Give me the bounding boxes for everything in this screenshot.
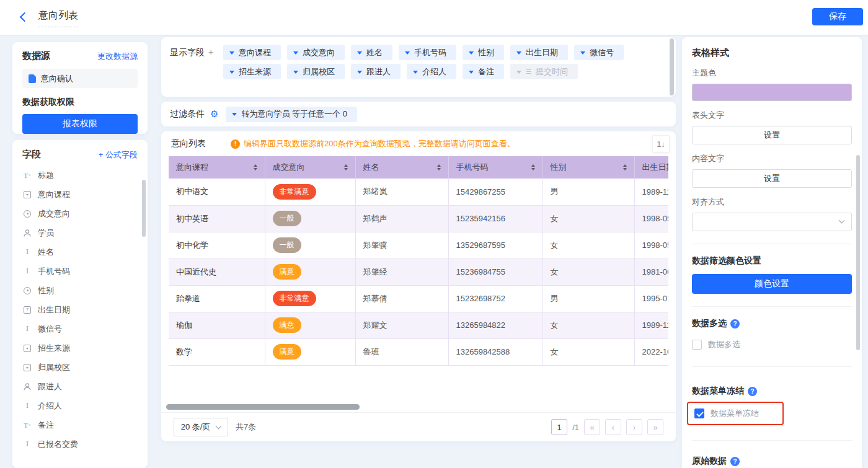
field-item[interactable]: 招生来源: [12, 338, 148, 358]
field-item[interactable]: 跟进人: [12, 377, 148, 396]
field-item[interactable]: I已报名交费: [12, 435, 148, 454]
display-fields-card: 显示字段+ 意向课程 成交意向 姓名 手机号码 性别 出生日期 微信号 招生来源…: [161, 37, 676, 97]
field-item[interactable]: 意向课程: [12, 185, 148, 204]
next-page-button[interactable]: ›: [626, 419, 642, 435]
fields-title: 字段: [22, 149, 41, 161]
radio-field-icon: [24, 287, 31, 294]
field-tag[interactable]: 意向课程: [223, 45, 281, 60]
field-item[interactable]: I微信号: [12, 319, 148, 338]
field-item[interactable]: I介绍人: [12, 396, 148, 415]
color-setting-button[interactable]: 颜色设置: [692, 274, 852, 294]
sort-icon[interactable]: [344, 162, 348, 172]
field-tag[interactable]: 介绍人: [407, 64, 456, 79]
help-icon[interactable]: ?: [730, 319, 740, 329]
sort-icon[interactable]: [623, 162, 627, 172]
save-button[interactable]: 保存: [812, 8, 863, 25]
change-datasource-link[interactable]: 更改数据源: [97, 51, 138, 62]
field-item[interactable]: T标题: [12, 166, 148, 185]
table-style-panel: 表格样式 主题色 表头文字 设置 内容文字 设置 对齐方式 数据筛选颜色设置 颜…: [682, 37, 862, 468]
chevron-down-icon: [580, 51, 585, 57]
chevron-down-icon: [357, 71, 362, 76]
satisfaction-badge: 满意: [273, 317, 301, 333]
first-page-button[interactable]: «: [584, 419, 600, 435]
multi-select-checkbox[interactable]: [692, 340, 702, 350]
page-number-input[interactable]: 1: [551, 419, 567, 435]
last-page-button[interactable]: »: [647, 419, 663, 435]
field-label: 出生日期: [38, 304, 70, 316]
table-row[interactable]: 初中化学 一般 郑肇骥13529687595女1998-05-: [169, 232, 668, 258]
table-row[interactable]: 初中语文 非常满意 郑绪岚15429867255男1989-11-: [169, 179, 668, 205]
field-tag[interactable]: 成交意向: [287, 45, 345, 60]
field-tag[interactable]: 归属校区: [287, 64, 345, 79]
field-label: 标题: [38, 170, 54, 181]
field-item[interactable]: 学员: [12, 223, 148, 242]
field-tag[interactable]: 招生来源: [223, 64, 281, 79]
field-tag[interactable]: 姓名: [351, 45, 392, 60]
table-row[interactable]: 跆拳道 非常满意 郑慕倩15232698752男1995-01-: [169, 285, 668, 312]
field-tag-disabled[interactable]: ☰提交时间: [510, 64, 578, 79]
fields-scrollbar[interactable]: [142, 180, 146, 237]
theme-color-swatch[interactable]: [692, 84, 852, 101]
total-count: 共7条: [236, 422, 256, 433]
field-item[interactable]: T备注: [12, 415, 148, 435]
header-text-set-button[interactable]: 设置: [692, 126, 852, 144]
field-tag[interactable]: 性别: [463, 45, 504, 60]
field-item[interactable]: I姓名: [12, 242, 148, 262]
field-tag[interactable]: 备注: [463, 64, 504, 79]
align-select[interactable]: [692, 213, 852, 231]
column-header[interactable]: 姓名: [355, 156, 448, 179]
chevron-down-icon: [293, 71, 298, 76]
table-row[interactable]: 初中英语 一般 郑鹤声15235942156女1998-05-: [169, 205, 668, 232]
help-icon[interactable]: ?: [730, 457, 740, 466]
satisfaction-badge: 非常满意: [273, 291, 316, 306]
table-row[interactable]: 瑜伽 满意 郑耀文13265984822女1989-11-: [169, 312, 668, 338]
help-icon[interactable]: ?: [748, 387, 757, 396]
horizontal-scrollbar[interactable]: [166, 404, 360, 410]
style-panel-scrollbar[interactable]: [856, 155, 860, 350]
column-header[interactable]: 成交意向: [265, 156, 355, 179]
field-item[interactable]: 归属校区: [12, 358, 148, 377]
table-row[interactable]: 数学 满意 鲁班132659842588女2022-10-: [169, 338, 668, 365]
field-tag[interactable]: 手机号码: [399, 45, 456, 60]
field-tag[interactable]: 出生日期: [510, 45, 568, 60]
field-item[interactable]: I手机号码: [12, 262, 148, 281]
sort-icon[interactable]: [531, 162, 535, 172]
report-permission-button[interactable]: 报表权限: [22, 114, 138, 134]
fields-card: 字段 + 公式字段 T标题 意向课程 成交意向 学员 I姓名 I手机号码 性别 …: [12, 140, 148, 468]
theme-color-label: 主题色: [692, 68, 852, 79]
field-tag[interactable]: 跟进人: [351, 64, 401, 79]
back-icon[interactable]: [20, 12, 30, 22]
prev-page-button[interactable]: ‹: [605, 419, 621, 435]
middle-panel-scrollbar[interactable]: [670, 38, 674, 95]
column-header[interactable]: 性别: [542, 156, 634, 179]
field-item[interactable]: 成交意向: [12, 204, 148, 223]
add-field-icon[interactable]: +: [208, 47, 213, 57]
divider: [692, 244, 852, 244]
field-label: 意向课程: [38, 189, 70, 200]
field-label: 介绍人: [38, 400, 62, 412]
sort-icon[interactable]: [254, 162, 257, 172]
field-item[interactable]: 出生日期: [12, 300, 148, 319]
sort-order-button[interactable]: 1↓: [652, 135, 670, 152]
gear-icon[interactable]: ⚙: [210, 108, 218, 120]
warning-icon: !: [231, 139, 240, 149]
formula-field-link[interactable]: + 公式字段: [99, 149, 138, 161]
table-row[interactable]: 中国近代史 满意 郑肇经15236984755女1981-06-: [169, 258, 668, 285]
satisfaction-badge: 非常满意: [273, 184, 316, 200]
sort-icon[interactable]: [437, 162, 441, 172]
menu-freeze-checkbox[interactable]: [694, 408, 704, 418]
field-item[interactable]: 性别: [12, 281, 148, 300]
column-header[interactable]: 手机号码: [448, 156, 542, 179]
field-tag[interactable]: 微信号: [574, 45, 624, 60]
page-size-select[interactable]: 20 条/页: [174, 418, 228, 436]
chevron-down-icon: [232, 113, 237, 118]
field-label: 归属校区: [38, 362, 70, 373]
column-header[interactable]: 出生日期: [634, 156, 668, 179]
filter-condition-tag[interactable]: 转为意向学员 等于任意一个 0: [226, 107, 356, 122]
select-field-icon: [24, 345, 31, 352]
multi-select-label: 数据多选: [708, 339, 740, 350]
selected-datasource[interactable]: 意向确认: [22, 69, 138, 88]
warning-text: 编辑界面只取数据源前200条作为查询数据预览，完整数据请访问页面查看。: [244, 138, 515, 149]
column-header[interactable]: 意向课程: [169, 156, 265, 179]
content-text-set-button[interactable]: 设置: [692, 169, 852, 188]
